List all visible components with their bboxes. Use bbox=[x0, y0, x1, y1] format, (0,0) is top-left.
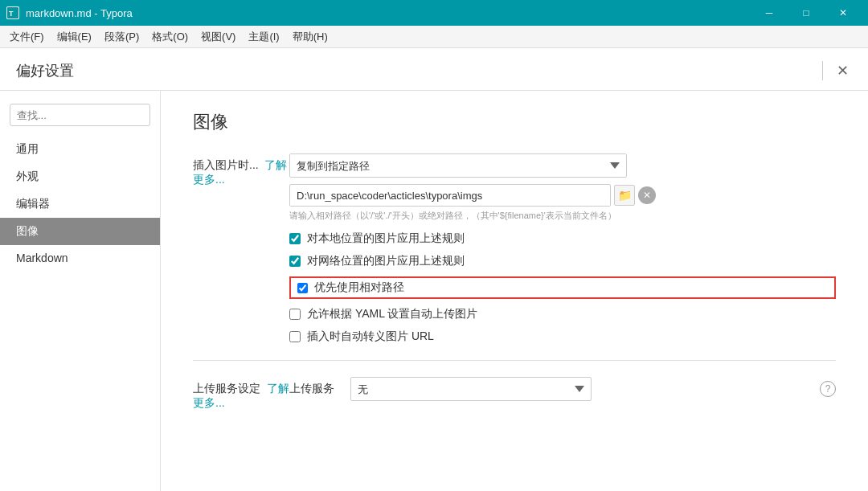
checkbox-row-escape: 插入时自动转义图片 URL bbox=[289, 329, 836, 344]
menu-bar: 文件(F) 编辑(E) 段落(P) 格式(O) 视图(V) 主题(I) 帮助(H… bbox=[0, 26, 868, 48]
sidebar-item-editor[interactable]: 编辑器 bbox=[0, 190, 160, 218]
sidebar-item-markdown[interactable]: Markdown bbox=[0, 245, 160, 271]
app-icon: T bbox=[6, 6, 19, 19]
menu-file[interactable]: 文件(F) bbox=[3, 27, 51, 47]
sidebar: 通用 外观 编辑器 图像 Markdown bbox=[0, 91, 161, 491]
menu-help[interactable]: 帮助(H) bbox=[286, 27, 334, 47]
checkbox-yaml[interactable] bbox=[289, 309, 301, 320]
menu-edit[interactable]: 编辑(E) bbox=[51, 27, 98, 47]
checkbox-label-network[interactable]: 对网络位置的图片应用上述规则 bbox=[307, 254, 465, 268]
checkbox-highlighted-row: 优先使用相对路径 bbox=[289, 276, 836, 299]
window-title: markdown.md - Typora bbox=[26, 7, 133, 19]
upload-service-label: 上传服务 bbox=[289, 382, 334, 396]
checkbox-relative-path[interactable] bbox=[297, 283, 308, 293]
preferences-body: 通用 外观 编辑器 图像 Markdown 图像 插入图片时... 了解更多..… bbox=[0, 91, 868, 491]
path-hint: 请输入相对路径（以'/'或'./'开头）或绝对路径，（其中'${filename… bbox=[289, 210, 836, 222]
preferences-title: 偏好设置 bbox=[16, 61, 74, 80]
search-input[interactable] bbox=[10, 104, 150, 126]
upload-service-row: 上传服务设定 了解更多... 上传服务 无 iPic PicGo uPic ? bbox=[193, 377, 836, 411]
checkbox-row-local: 对本地位置的图片应用上述规则 bbox=[289, 231, 836, 246]
menu-view[interactable]: 视图(V) bbox=[194, 27, 242, 47]
checkbox-row-network: 对网络位置的图片应用上述规则 bbox=[289, 254, 836, 268]
insert-label: 插入图片时... bbox=[193, 158, 259, 171]
path-input[interactable] bbox=[289, 184, 611, 207]
search-box bbox=[10, 104, 150, 126]
insert-action-select[interactable]: 无特殊操作 复制到当前文件夹 复制到指定路径 通过iPic上传图片 bbox=[289, 153, 627, 178]
checkbox-label-escape[interactable]: 插入时自动转义图片 URL bbox=[307, 329, 434, 344]
section-title: 图像 bbox=[193, 110, 836, 134]
sidebar-item-appearance[interactable]: 外观 bbox=[0, 163, 160, 190]
checkbox-row-yaml: 允许根据 YAML 设置自动上传图片 bbox=[289, 307, 836, 321]
upload-label: 上传服务设定 bbox=[193, 382, 260, 395]
folder-icon: 📁 bbox=[618, 189, 632, 202]
checkbox-network[interactable] bbox=[289, 256, 301, 267]
title-bar-left: T markdown.md - Typora bbox=[6, 6, 133, 19]
checkbox-label-relative-path[interactable]: 优先使用相对路径 bbox=[314, 280, 404, 295]
window-controls: ─ □ ✕ bbox=[751, 0, 862, 26]
menu-theme[interactable]: 主题(I) bbox=[242, 27, 285, 47]
content-area: 图像 插入图片时... 了解更多... 无特殊操作 复制到当前文件夹 复制到指定… bbox=[161, 91, 868, 491]
svg-text:T: T bbox=[9, 10, 14, 18]
preferences-window: 偏好设置 ✕ 通用 外观 编辑器 图像 Markdown 图像 插入图片时... bbox=[0, 48, 868, 491]
minimize-button[interactable]: ─ bbox=[751, 0, 788, 26]
close-button[interactable]: ✕ bbox=[825, 0, 862, 26]
insert-label-container: 插入图片时... 了解更多... bbox=[193, 153, 289, 187]
path-row: 📁 ✕ bbox=[289, 184, 836, 207]
insert-controls: 无特殊操作 复制到当前文件夹 复制到指定路径 通过iPic上传图片 📁 ✕ bbox=[289, 153, 836, 344]
clear-path-button[interactable]: ✕ bbox=[638, 186, 656, 204]
sidebar-item-image[interactable]: 图像 bbox=[0, 218, 160, 245]
maximize-button[interactable]: □ bbox=[788, 0, 825, 26]
sidebar-item-general[interactable]: 通用 bbox=[0, 136, 160, 163]
upload-row: 上传服务 无 iPic PicGo uPic ? bbox=[289, 377, 836, 401]
checkbox-local[interactable] bbox=[289, 233, 301, 244]
checkbox-label-local[interactable]: 对本地位置的图片应用上述规则 bbox=[307, 231, 465, 246]
upload-label-container: 上传服务设定 了解更多... bbox=[193, 377, 289, 411]
preferences-close-button[interactable]: ✕ bbox=[833, 61, 852, 80]
title-bar: T markdown.md - Typora ─ □ ✕ bbox=[0, 0, 868, 26]
preferences-header: 偏好设置 ✕ bbox=[0, 48, 868, 91]
clear-icon: ✕ bbox=[643, 190, 651, 201]
upload-controls: 上传服务 无 iPic PicGo uPic ? bbox=[289, 377, 836, 401]
upload-service-select[interactable]: 无 iPic PicGo uPic bbox=[350, 377, 592, 401]
checkbox-label-yaml[interactable]: 允许根据 YAML 设置自动上传图片 bbox=[307, 307, 477, 321]
checkbox-group: 对本地位置的图片应用上述规则 对网络位置的图片应用上述规则 优先使用相对路径 bbox=[289, 231, 836, 344]
help-icon[interactable]: ? bbox=[820, 381, 836, 397]
menu-format[interactable]: 格式(O) bbox=[145, 27, 194, 47]
section-divider bbox=[193, 360, 836, 361]
insert-image-row: 插入图片时... 了解更多... 无特殊操作 复制到当前文件夹 复制到指定路径 … bbox=[193, 153, 836, 344]
checkbox-escape[interactable] bbox=[289, 331, 301, 342]
menu-paragraph[interactable]: 段落(P) bbox=[98, 27, 145, 47]
browse-folder-button[interactable]: 📁 bbox=[614, 185, 635, 206]
